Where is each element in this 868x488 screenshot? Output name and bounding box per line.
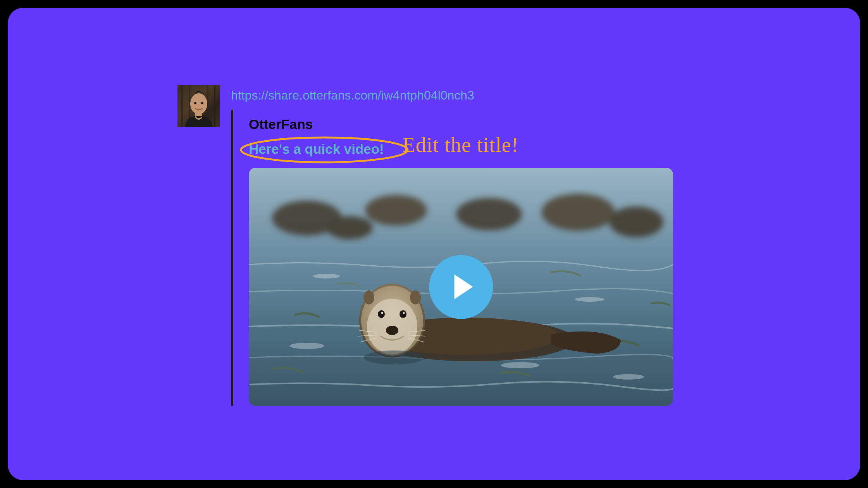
svg-point-25 xyxy=(400,310,406,318)
svg-point-36 xyxy=(313,274,340,278)
svg-rect-1 xyxy=(181,85,183,127)
message-container: https://share.otterfans.com/iw4ntph04l0n… xyxy=(177,85,673,406)
play-button[interactable] xyxy=(429,255,493,319)
video-thumbnail[interactable] xyxy=(249,168,673,406)
play-icon xyxy=(455,275,473,299)
svg-point-16 xyxy=(326,216,373,239)
svg-rect-4 xyxy=(214,85,215,127)
circle-annotation-icon xyxy=(237,134,415,165)
svg-point-35 xyxy=(364,351,424,364)
svg-point-26 xyxy=(381,312,383,314)
embed-content: OtterFans Here's a quick video! Edit the… xyxy=(249,110,673,406)
svg-point-27 xyxy=(403,312,405,314)
svg-point-41 xyxy=(613,374,644,380)
canvas-background: https://share.otterfans.com/iw4ntph04l0n… xyxy=(8,8,860,480)
svg-point-39 xyxy=(289,343,324,349)
avatar[interactable] xyxy=(177,85,220,127)
title-row: Here's a quick video! Edit the title! xyxy=(249,141,673,157)
svg-point-7 xyxy=(201,102,203,104)
svg-point-24 xyxy=(378,310,385,318)
svg-point-15 xyxy=(609,206,663,237)
message-content: https://share.otterfans.com/iw4ntph04l0n… xyxy=(231,85,673,406)
svg-point-22 xyxy=(410,290,421,304)
site-name: OtterFans xyxy=(249,117,673,132)
svg-point-14 xyxy=(541,194,615,231)
svg-point-13 xyxy=(456,198,522,230)
svg-point-6 xyxy=(194,102,196,104)
svg-point-5 xyxy=(190,93,207,114)
annotation-note: Edit the title! xyxy=(403,133,519,157)
svg-point-38 xyxy=(575,297,604,302)
svg-point-21 xyxy=(363,290,374,304)
svg-point-40 xyxy=(501,362,539,368)
svg-point-28 xyxy=(386,326,398,335)
svg-point-9 xyxy=(241,137,408,162)
embed-area: OtterFans Here's a quick video! Edit the… xyxy=(231,110,673,406)
svg-point-12 xyxy=(365,195,427,226)
embed-accent-bar xyxy=(231,110,233,406)
share-link[interactable]: https://share.otterfans.com/iw4ntph04l0n… xyxy=(231,88,673,103)
